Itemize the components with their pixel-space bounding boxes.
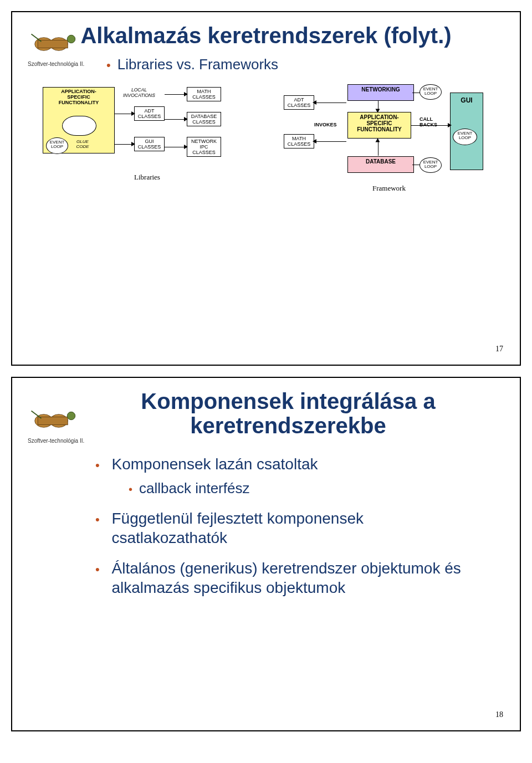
box-gui-classes: GUI CLASSES [134, 137, 165, 151]
diagram-framework: ADT CLASSES MATH CLASSES INVOKES NETWORK… [284, 84, 505, 228]
bullet-text: Komponensek lazán csatoltak [111, 455, 318, 473]
svg-point-8 [67, 412, 75, 419]
box-math-classes-fw: MATH CLASSES [284, 134, 314, 148]
bullet-text: Általános (generikus) keretrendszer obje… [111, 559, 466, 597]
bullet-item: Általános (generikus) keretrendszer obje… [95, 559, 498, 597]
bullet-list: Komponensek lazán csatoltak callback int… [34, 454, 498, 597]
caption-framework: Framework [372, 184, 406, 193]
gear-machine-icon [29, 29, 79, 59]
box-database: DATABASE [347, 156, 414, 173]
label-invokes: INVOKES [314, 122, 337, 127]
gear-machine-icon [29, 406, 79, 436]
bullet-list: Libraries vs. Frameworks [34, 56, 498, 73]
box-adt-classes: ADT CLASSES [134, 106, 165, 121]
oval-event-loop-gui: EVENT LOOP [453, 129, 477, 145]
oval-event-loop-bottom: EVENT LOOP [420, 157, 442, 173]
diagram-libraries: APPLICATION- SPECIFIC FUNCTIONALITY EVEN… [43, 84, 253, 228]
slide-1: Szoftver-technológia II. Alkalmazás kere… [11, 11, 521, 366]
oval-event-loop-top: EVENT LOOP [420, 84, 442, 100]
oval-event-loop: EVENT LOOP [46, 137, 68, 154]
svg-rect-2 [38, 40, 68, 48]
label-gui-fw: GUI [452, 97, 482, 104]
slide-title: Komponensek integrálása a keretrendszere… [79, 389, 498, 438]
box-app-specific-fw: APPLICATION- SPECIFIC FUNCTIONALITY [347, 112, 411, 139]
bullet-text: Függetlenül fejlesztett komponensek csat… [111, 509, 466, 547]
subtitle-label: Szoftver-technológia II. [28, 61, 84, 67]
label-callbacks: CALL BACKS [420, 116, 437, 127]
label-app-specific: APPLICATION- SPECIFIC FUNCTIONALITY [44, 89, 113, 106]
box-networking: NETWORKING [347, 84, 414, 101]
bullet-item: Függetlenül fejlesztett komponensek csat… [95, 509, 498, 547]
label-local-invocations: LOCAL INVOCATIONS [123, 87, 155, 98]
page-number: 18 [495, 710, 503, 719]
slide-title: Alkalmazás keretrendszerek (folyt.) [34, 23, 498, 48]
slide-2: Szoftver-technológia II. Komponensek int… [11, 377, 521, 731]
diagram-row: APPLICATION- SPECIFIC FUNCTIONALITY EVEN… [34, 84, 498, 250]
box-database-classes: DATABASE CLASSES [187, 112, 221, 126]
sub-bullet-item: callback interfész [129, 479, 498, 498]
bullet-item: Libraries vs. Frameworks [106, 56, 498, 73]
subtitle-label: Szoftver-technológia II. [28, 438, 84, 444]
svg-rect-7 [38, 417, 68, 424]
box-math-classes: MATH CLASSES [187, 87, 221, 101]
caption-libraries: Libraries [134, 173, 160, 182]
svg-point-3 [67, 35, 75, 43]
box-adt-classes-fw: ADT CLASSES [284, 95, 314, 110]
bullet-item: Komponensek lazán csatoltak callback int… [95, 454, 498, 498]
page-number: 17 [495, 345, 503, 354]
label-glue-code: GLUE CODE [73, 138, 92, 152]
cloud-icon [62, 116, 96, 136]
box-network-classes: NETWORK IPC CLASSES [187, 137, 221, 157]
